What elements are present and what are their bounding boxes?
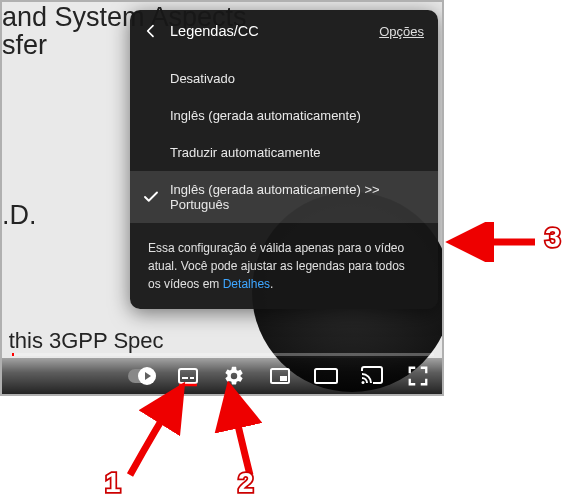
footer-text-after: . xyxy=(270,277,273,291)
checkmark-icon xyxy=(142,188,160,206)
details-link[interactable]: Detalhes xyxy=(223,277,270,291)
video-player: and System Aspects sfer .D. om this 3GPP… xyxy=(0,0,444,396)
video-title-line2: sfer xyxy=(2,30,47,61)
annotation-label-2: 2 xyxy=(238,467,254,499)
menu-item-english-auto[interactable]: Inglês (gerada automaticamente) xyxy=(130,97,438,134)
svg-point-7 xyxy=(362,381,365,384)
panel-title: Legendas/CC xyxy=(170,23,371,39)
back-icon[interactable] xyxy=(140,20,162,42)
progress-bar[interactable] xyxy=(12,353,434,356)
menu-item-label: Inglês (gerada automaticamente) xyxy=(170,108,361,123)
theater-mode-icon[interactable] xyxy=(312,362,340,390)
menu-item-label: Traduzir automaticamente xyxy=(170,145,321,160)
footer-text-before: Essa configuração é válida apenas para o… xyxy=(148,241,405,291)
caption-language-menu: Desativado Inglês (gerada automaticament… xyxy=(130,54,438,227)
menu-item-autotranslate[interactable]: Traduzir automaticamente xyxy=(130,134,438,171)
cast-icon[interactable] xyxy=(358,362,386,390)
panel-header: Legendas/CC Opções xyxy=(130,10,438,54)
annotation-label-1: 1 xyxy=(105,467,121,499)
video-text-d: .D. xyxy=(2,200,37,231)
panel-options-link[interactable]: Opções xyxy=(379,24,424,39)
annotation-arrow-3 xyxy=(440,222,560,266)
menu-item-english-to-portuguese[interactable]: Inglês (gerada automaticamente) >> Portu… xyxy=(130,171,438,223)
svg-rect-6 xyxy=(315,369,337,383)
annotation-label-3: 3 xyxy=(545,222,561,254)
progress-fill xyxy=(12,353,14,356)
video-text-spec: om this 3GPP Spec xyxy=(0,328,164,354)
panel-footer-note: Essa configuração é válida apenas para o… xyxy=(130,227,438,309)
menu-item-label: Inglês (gerada automaticamente) >> Portu… xyxy=(170,182,424,212)
captions-settings-panel: Legendas/CC Opções Desativado Inglês (ge… xyxy=(130,10,438,309)
fullscreen-icon[interactable] xyxy=(404,362,432,390)
menu-item-off[interactable]: Desativado xyxy=(130,60,438,97)
menu-item-label: Desativado xyxy=(170,71,235,86)
